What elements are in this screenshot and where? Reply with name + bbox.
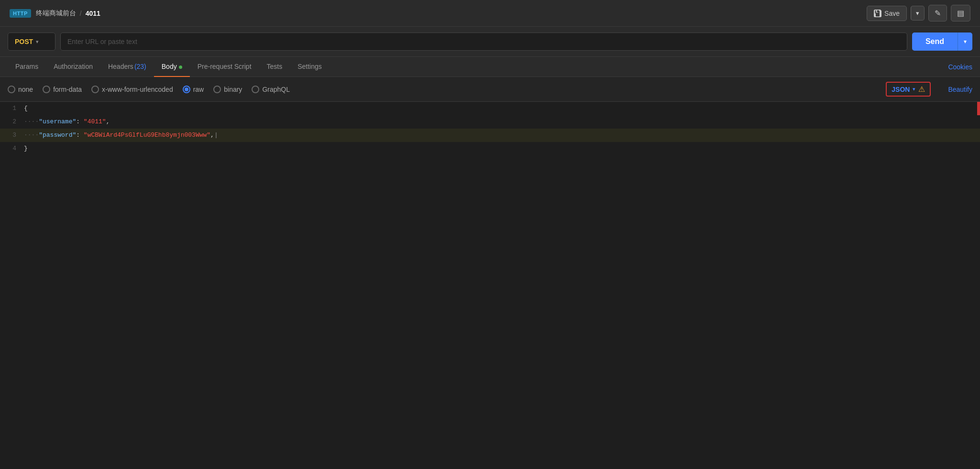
top-bar-left: HTTP 终端商城前台 / 4011 [10, 9, 100, 18]
top-bar: HTTP 终端商城前台 / 4011 Save ▾ ✎ ▤ [0, 0, 980, 27]
radio-none-circle [8, 86, 15, 93]
line-num-1: 1 [0, 102, 24, 115]
radio-raw-circle [183, 86, 190, 93]
radio-urlencoded-label: x-www-form-urlencoded [102, 86, 173, 93]
cookies-link[interactable]: Cookies [948, 57, 972, 76]
radio-raw[interactable]: raw [183, 86, 204, 93]
save-label: Save [884, 10, 900, 17]
tab-headers[interactable]: Headers(23) [100, 57, 154, 77]
tab-body[interactable]: Body [154, 57, 190, 77]
edit-icon: ✎ [935, 9, 941, 17]
code-line-4: 4 } [0, 142, 980, 155]
code-line-1: 1 { [0, 102, 980, 115]
tab-authorization[interactable]: Authorization [46, 57, 100, 77]
radio-none-label: none [18, 86, 33, 93]
save-icon [874, 10, 881, 17]
line-content-3: ····"password": "wCBWiArd4PsGlfLuG9Ehb8y… [24, 129, 218, 142]
method-label: POST [15, 38, 33, 45]
top-bar-right: Save ▾ ✎ ▤ [867, 5, 970, 22]
radio-graphql-circle [252, 86, 259, 93]
radio-form-data[interactable]: form-data [43, 86, 82, 93]
line-num-4: 4 [0, 142, 24, 155]
send-dropdown-button[interactable]: ▾ [958, 33, 972, 51]
radio-form-data-circle [43, 86, 50, 93]
radio-graphql-label: GraphQL [262, 86, 290, 93]
main-content: POST ▾ Send ▾ Params Authorization Heade… [0, 27, 980, 469]
radio-raw-label: raw [193, 86, 204, 93]
line-content-4: } [24, 142, 28, 155]
breadcrumb-current: 4011 [86, 10, 100, 17]
line-content-2: ····"username": "4011", [24, 115, 110, 129]
save-button[interactable]: Save [867, 6, 907, 21]
radio-urlencoded[interactable]: x-www-form-urlencoded [91, 86, 173, 93]
radio-none[interactable]: none [8, 86, 33, 93]
line-content-1: { [24, 102, 28, 115]
method-select[interactable]: POST ▾ [8, 33, 55, 51]
radio-form-data-label: form-data [53, 86, 82, 93]
body-dot [179, 65, 182, 69]
breadcrumb-separator: / [80, 10, 82, 17]
code-line-2: 2 ····"username": "4011", [0, 115, 980, 129]
headers-badge: (23) [134, 63, 146, 70]
radio-binary-label: binary [224, 86, 242, 93]
url-bar: POST ▾ Send ▾ [0, 27, 980, 57]
tab-tests[interactable]: Tests [259, 57, 290, 77]
line-num-3: 3 [0, 129, 24, 142]
chat-icon: ▤ [957, 9, 964, 17]
line-num-2: 2 [0, 115, 24, 129]
beautify-button[interactable]: Beautify [948, 86, 972, 93]
radio-binary-circle [213, 86, 221, 93]
code-line-3: 3 ····"password": "wCBWiArd4PsGlfLuG9Ehb… [0, 129, 980, 142]
tabs-bar: Params Authorization Headers(23) Body Pr… [0, 57, 980, 77]
json-chevron-icon: ▾ [913, 86, 915, 92]
code-editor[interactable]: 1 { 2 ····"username": "4011", 3 ····"pas… [0, 102, 980, 469]
radio-binary[interactable]: binary [213, 86, 242, 93]
json-label: JSON [892, 86, 910, 93]
method-chevron-icon: ▾ [36, 39, 39, 45]
send-btn-group: Send ▾ [912, 33, 972, 51]
http-badge: HTTP [10, 9, 31, 18]
breadcrumb-parent: 终端商城前台 [36, 9, 76, 18]
breadcrumb: 终端商城前台 / 4011 [36, 9, 100, 18]
radio-graphql[interactable]: GraphQL [252, 86, 290, 93]
url-input[interactable] [60, 33, 907, 51]
body-options-bar: none form-data x-www-form-urlencoded raw… [0, 77, 980, 102]
send-button[interactable]: Send [912, 33, 958, 51]
radio-urlencoded-circle [91, 86, 99, 93]
edit-button[interactable]: ✎ [928, 5, 947, 22]
save-dropdown-button[interactable]: ▾ [911, 6, 925, 21]
tab-pre-request[interactable]: Pre-request Script [190, 57, 259, 77]
tab-params[interactable]: Params [8, 57, 46, 77]
tab-settings[interactable]: Settings [290, 57, 330, 77]
json-selector[interactable]: JSON ▾ ⚠ [886, 82, 931, 97]
warning-icon: ⚠ [918, 85, 925, 94]
red-indicator [977, 102, 980, 115]
chat-button[interactable]: ▤ [951, 5, 970, 22]
